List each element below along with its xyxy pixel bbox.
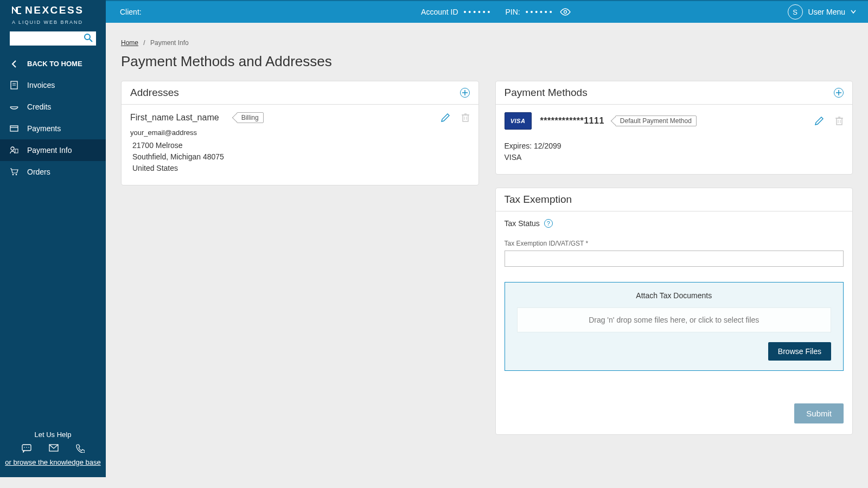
delete-address-icon[interactable] (461, 113, 470, 123)
svg-point-0 (85, 34, 90, 40)
svg-point-8 (11, 147, 14, 150)
phone-icon[interactable] (76, 444, 85, 453)
credits-icon (10, 104, 18, 110)
sidebar-help: Let Us Help or browse the knowledge base (0, 431, 106, 466)
brand-name: NEXCESS (25, 4, 84, 16)
submit-button[interactable]: Submit (794, 403, 844, 423)
svg-rect-20 (463, 115, 468, 121)
address-line3: United States (130, 163, 470, 174)
sidebar-item-credits[interactable]: Credits (0, 96, 106, 118)
avatar[interactable]: S (788, 4, 803, 20)
tax-documents-dropzone[interactable]: Attach Tax Documents Drag 'n' drop some … (505, 282, 844, 371)
breadcrumb: Home / Payment Info (121, 39, 853, 47)
svg-rect-27 (837, 118, 842, 125)
sidebar: NEXCESS A LIQUID WEB BRAND BACK TO HOME … (0, 0, 106, 477)
sidebar-item-label: Orders (27, 168, 50, 176)
main-content: Home / Payment Info Payment Methods and … (106, 23, 868, 464)
sidebar-item-label: Payment Info (27, 146, 72, 155)
chevron-down-icon[interactable] (851, 10, 856, 14)
mail-icon[interactable] (49, 444, 59, 453)
payments-icon (10, 125, 18, 132)
sidebar-search (10, 31, 96, 46)
brand-tagline: A LIQUID WEB BRAND (0, 20, 106, 31)
default-payment-tag: Default Payment Method (615, 115, 697, 126)
card-brand: VISA (505, 152, 844, 163)
edit-payment-icon[interactable] (814, 116, 824, 126)
chat-icon[interactable] (22, 444, 31, 453)
brand-logo-icon (12, 7, 22, 14)
sidebar-item-invoices[interactable]: Invoices (0, 74, 106, 96)
tax-status-label: Tax Status (505, 219, 540, 228)
address-line2: Southfield, Michigan 48075 (130, 151, 470, 163)
svg-point-13 (24, 447, 25, 448)
svg-line-1 (90, 39, 92, 42)
breadcrumb-sep: / (143, 39, 145, 47)
svg-point-11 (16, 174, 17, 176)
page-title: Payment Methods and Addresses (121, 53, 853, 70)
sidebar-item-label: Payments (27, 124, 61, 133)
brand-logo[interactable]: NEXCESS (0, 0, 106, 20)
address-line1: 21700 Melrose (130, 140, 470, 151)
svg-point-15 (28, 447, 29, 448)
tax-id-label: Tax Exemption ID/VAT/GST * (505, 240, 844, 247)
tax-title: Tax Exemption (505, 194, 572, 206)
client-label: Client: (120, 8, 142, 16)
sidebar-item-label: Credits (27, 102, 51, 111)
eye-icon[interactable] (560, 8, 571, 16)
address-name: First_name Last_name (130, 113, 219, 123)
billing-tag: Billing (237, 112, 264, 123)
account-id-value: • • • • • • (464, 8, 490, 16)
svg-point-10 (12, 174, 14, 176)
sidebar-item-label: Invoices (27, 81, 55, 89)
svg-point-17 (564, 11, 566, 14)
nav-back-home[interactable]: BACK TO HOME (0, 53, 106, 74)
help-title: Let Us Help (0, 431, 106, 439)
topbar: Client: Account ID • • • • • • PIN: • • … (106, 0, 868, 23)
card-number: ************1111 (540, 116, 604, 126)
user-menu-label[interactable]: User Menu (808, 8, 845, 16)
add-address-button[interactable] (460, 88, 470, 98)
dropzone-hint[interactable]: Drag 'n' drop some files here, or click … (517, 307, 832, 332)
invoice-icon (10, 81, 18, 89)
pin-value: • • • • • • (526, 8, 552, 16)
card-expires: Expires: 12/2099 (505, 140, 844, 152)
payment-methods-card: Payment Methods VISA ************1111 De… (495, 81, 853, 175)
addresses-card: Addresses First_name Last_name Billing (121, 81, 479, 185)
tax-exemption-card: Tax Exemption Tax Status ? Tax Exemption… (495, 188, 853, 435)
payment-methods-title: Payment Methods (505, 87, 588, 99)
dropzone-title: Attach Tax Documents (517, 291, 832, 300)
search-icon[interactable] (83, 33, 94, 43)
nav-back-label: BACK TO HOME (27, 60, 82, 68)
svg-point-14 (26, 447, 27, 448)
svg-rect-9 (15, 149, 18, 153)
payment-info-icon (10, 146, 18, 154)
pin-label: PIN: (505, 8, 520, 16)
card-brand-badge: VISA (505, 112, 532, 130)
account-id-label: Account ID (421, 8, 458, 16)
breadcrumb-current: Payment Info (150, 39, 189, 47)
svg-rect-6 (10, 126, 18, 131)
delete-payment-icon[interactable] (835, 116, 844, 126)
breadcrumb-home[interactable]: Home (121, 39, 138, 47)
sidebar-item-payment-info[interactable]: Payment Info (0, 139, 106, 161)
address-email: your_email@address (130, 129, 470, 137)
tax-id-input[interactable] (505, 251, 844, 267)
sidebar-item-orders[interactable]: Orders (0, 161, 106, 183)
kb-link[interactable]: or browse the knowledge base (5, 458, 100, 466)
edit-address-icon[interactable] (441, 113, 450, 123)
addresses-title: Addresses (130, 87, 179, 99)
cart-icon (10, 168, 18, 176)
help-icon[interactable]: ? (544, 219, 553, 228)
browse-files-button[interactable]: Browse Files (768, 342, 831, 361)
add-payment-method-button[interactable] (834, 88, 844, 98)
sidebar-item-payments[interactable]: Payments (0, 118, 106, 139)
chevron-left-icon (10, 60, 18, 68)
